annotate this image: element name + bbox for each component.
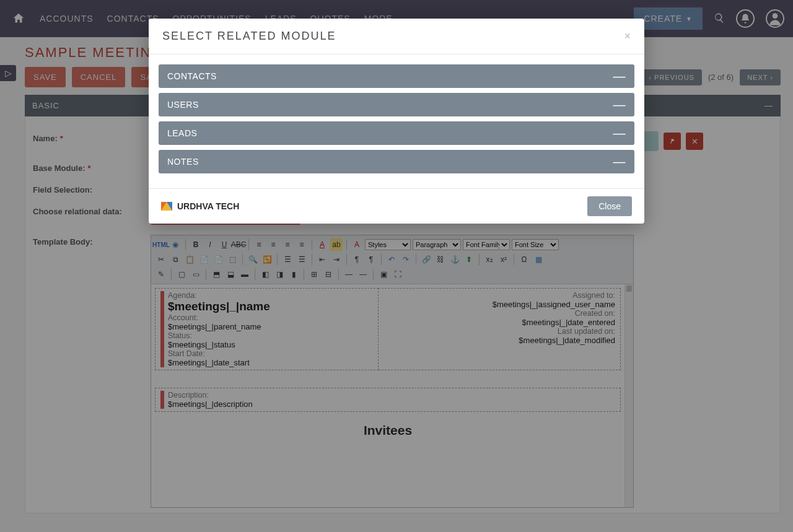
module-row-leads[interactable]: LEADS— — [159, 121, 634, 145]
modal-close-button[interactable]: Close — [587, 196, 632, 216]
module-row-notes[interactable]: NOTES— — [159, 150, 634, 173]
modal-overlay: SELECT RELATED MODULE × CONTACTS— USERS—… — [0, 0, 793, 532]
module-row-contacts[interactable]: CONTACTS— — [159, 64, 634, 88]
logo-icon — [161, 202, 172, 211]
vendor-logo: URDHVA TECH — [161, 201, 239, 211]
minus-icon: — — [613, 73, 626, 79]
minus-icon: — — [613, 130, 626, 136]
minus-icon: — — [613, 102, 626, 108]
minus-icon: — — [613, 159, 626, 165]
module-row-users[interactable]: USERS— — [159, 93, 634, 116]
modal-close-x-icon[interactable]: × — [624, 30, 631, 43]
select-related-module-modal: SELECT RELATED MODULE × CONTACTS— USERS—… — [149, 19, 644, 224]
modal-title: SELECT RELATED MODULE — [162, 30, 336, 43]
